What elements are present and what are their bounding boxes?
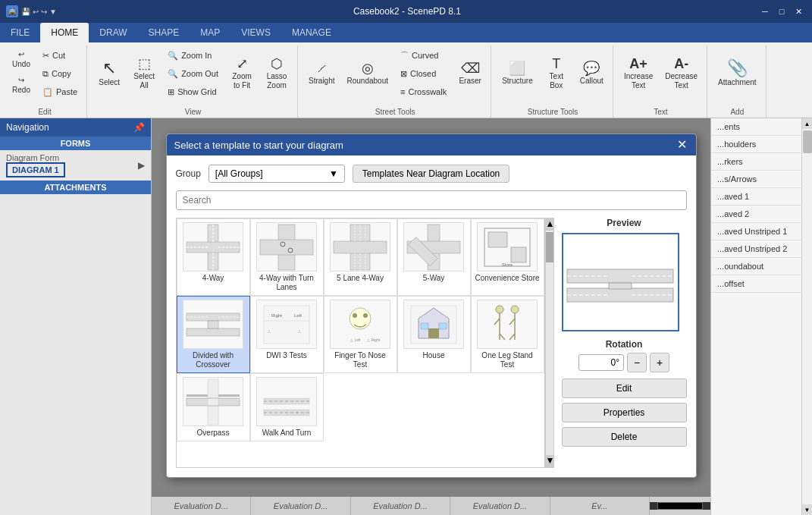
paste-button[interactable]: 📋 Paste xyxy=(38,83,82,100)
select-all-button[interactable]: ⬚ SelectAll xyxy=(128,47,160,100)
more-icon-title[interactable]: ▼ xyxy=(49,8,57,16)
templates-grid-container[interactable]: 4-Way xyxy=(176,218,545,468)
right-panel-item-paved-unstriped2[interactable]: ...aved Unstriped 2 xyxy=(711,240,801,258)
right-panel-item-shoulders[interactable]: ...houlders xyxy=(711,136,801,153)
group-select-dropdown[interactable]: [All Groups] ▼ xyxy=(208,165,345,183)
increase-text-button[interactable]: A+ IncreaseText xyxy=(619,47,657,100)
template-overpass[interactable]: Overpass xyxy=(177,373,250,441)
save-icon[interactable]: 💾 xyxy=(21,8,30,16)
template-5lane[interactable]: 5 Lane 4-Way xyxy=(324,218,397,296)
scrollbar-up[interactable]: ▲ xyxy=(802,118,812,129)
rotation-increase-button[interactable]: + xyxy=(650,353,669,372)
right-panel-item-paved-unstriped1[interactable]: ...aved Unstriped 1 xyxy=(711,223,801,240)
diagram-expand-icon[interactable]: ▶ xyxy=(138,160,145,171)
undo-button[interactable]: ↩ Undo xyxy=(8,47,35,71)
template-divided-crossover[interactable]: Divided with Crossover xyxy=(177,296,250,373)
template-label-walk-turn: Walk And Turn xyxy=(262,429,312,438)
rotation-decrease-button[interactable]: − xyxy=(627,353,647,372)
right-panel-item-paved1[interactable]: ...aved 1 xyxy=(711,188,801,206)
zoom-fit-button[interactable]: ⤢ Zoomto Fit xyxy=(226,47,258,100)
svg-rect-67 xyxy=(609,283,632,289)
undo-label: Undo xyxy=(12,60,30,68)
tab-draw[interactable]: DRAW xyxy=(89,23,137,42)
close-button[interactable]: ✕ xyxy=(791,4,806,19)
minimize-button[interactable]: ─ xyxy=(757,4,773,19)
tab-shape[interactable]: SHAPE xyxy=(138,23,190,42)
tab-manage[interactable]: MANAGE xyxy=(281,23,342,42)
right-panel: ...ents ...houlders ...rkers ...s/Arrows… xyxy=(710,118,801,515)
redo-icon-title[interactable]: ↪ xyxy=(41,8,47,16)
redo-button[interactable]: ↪ Redo xyxy=(8,73,35,97)
scroll-track xyxy=(546,231,553,455)
search-input[interactable] xyxy=(176,190,687,210)
copy-button[interactable]: ⧉ Copy xyxy=(38,65,82,82)
template-5way[interactable]: 5-Way xyxy=(397,218,471,296)
structure-button[interactable]: ⬜ Structure xyxy=(497,47,538,100)
decrease-text-button[interactable]: A- DecreaseText xyxy=(660,47,702,100)
eval-section-5: Ev... xyxy=(550,497,650,515)
attachment-button[interactable]: 📎 Attachment xyxy=(713,47,761,100)
select-button[interactable]: ↖ Select xyxy=(93,47,125,100)
grid-scrollbar[interactable]: ▲ ▼ xyxy=(545,218,554,468)
right-panel-item-offset[interactable]: ...offset xyxy=(711,275,801,293)
eraser-button[interactable]: ⌫ Eraser xyxy=(454,47,486,100)
tab-map[interactable]: MAP xyxy=(190,23,230,42)
right-panel-item-markers[interactable]: ...rkers xyxy=(711,153,801,171)
right-panel-item-paved2[interactable]: ...aved 2 xyxy=(711,206,801,223)
roundabout-button[interactable]: ◎ Roundabout xyxy=(343,47,393,100)
templates-near-button[interactable]: Templates Near Diagram Location xyxy=(353,165,509,183)
template-one-leg[interactable]: One Leg Stand Test xyxy=(471,296,544,373)
edit-button[interactable]: Edit xyxy=(562,378,687,398)
template-4way-turn[interactable]: 4-Way with Turn Lanes xyxy=(250,218,324,296)
delete-button[interactable]: Delete xyxy=(562,427,687,447)
scroll-up-arrow[interactable]: ▲ xyxy=(546,218,553,231)
zoom-out-button[interactable]: 🔍 Zoom Out xyxy=(163,65,223,82)
eval-section-2: Evaluation D... xyxy=(251,497,350,515)
rotation-controls: − + xyxy=(562,353,687,372)
lasso-zoom-button[interactable]: ⬡ LassoZoom xyxy=(261,47,293,100)
diagram-name-box[interactable]: DIAGRAM 1 xyxy=(6,162,65,177)
tab-file[interactable]: FILE xyxy=(0,23,40,42)
cut-button[interactable]: ✂ Cut xyxy=(38,47,82,64)
curved-icon: ⌒ xyxy=(400,50,409,61)
template-dwi3[interactable]: Right Left △ △ DWI 3 Tests xyxy=(250,296,324,373)
right-panel-item-arrows[interactable]: ...s/Arrows xyxy=(711,171,801,188)
zoom-in-button[interactable]: 🔍 Zoom In xyxy=(163,47,223,64)
show-grid-button[interactable]: ⊞ Show Grid xyxy=(163,83,223,100)
template-finger-nose[interactable]: △ Left △ Right Finger To Nose Test xyxy=(324,296,397,373)
redo-label: Redo xyxy=(12,86,30,94)
template-4way[interactable]: 4-Way xyxy=(177,218,250,296)
select-all-icon: ⬚ xyxy=(138,57,151,71)
crosswalk-button[interactable]: ≡ Crosswalk xyxy=(396,83,451,100)
svg-rect-23 xyxy=(511,247,526,262)
curved-button[interactable]: ⌒ Curved xyxy=(396,47,451,64)
modal-content-row: 4-Way xyxy=(176,218,687,468)
street-group-content: ⟋ Straight ◎ Roundabout ⌒ Curved ⊠ Close… xyxy=(304,47,486,108)
svg-text:Store: Store xyxy=(502,262,513,267)
callout-button[interactable]: 💬 Callout xyxy=(575,47,608,100)
right-panel-item-roundabout[interactable]: ...oundabout xyxy=(711,258,801,275)
modal-close-button[interactable]: ✕ xyxy=(676,139,688,151)
undo-icon-title[interactable]: ↩ xyxy=(33,8,39,16)
straight-button[interactable]: ⟋ Straight xyxy=(304,47,339,100)
template-walk-turn[interactable]: Walk And Turn xyxy=(250,373,324,441)
tab-home[interactable]: HOME xyxy=(40,23,89,42)
edit-group-content: ↩ Undo ↪ Redo ✂ Cut ⧉ Copy 📋 Paste xyxy=(8,47,82,108)
closed-button[interactable]: ⊠ Closed xyxy=(396,65,451,82)
right-panel-item-ents[interactable]: ...ents xyxy=(711,118,801,136)
properties-button[interactable]: Properties xyxy=(562,403,687,422)
tab-views[interactable]: VIEWS xyxy=(230,23,281,42)
sidebar: Navigation 📌 FORMS Diagram Form DIAGRAM … xyxy=(0,118,152,515)
callout-icon: 💬 xyxy=(583,61,600,75)
right-panel-scrollbar[interactable]: ▲ ▼ xyxy=(801,118,812,515)
scrollbar-down[interactable]: ▼ xyxy=(802,504,812,515)
cut-icon: ✂ xyxy=(42,51,49,61)
template-house[interactable]: House xyxy=(397,296,471,373)
textbox-button[interactable]: T TextBox xyxy=(541,47,572,100)
template-convenience[interactable]: Store Convenience Store xyxy=(471,218,544,296)
scroll-down-arrow[interactable]: ▼ xyxy=(546,455,553,467)
rotation-input[interactable] xyxy=(578,354,624,371)
undo-icon: ↩ xyxy=(18,50,24,58)
diagram-form-name: Diagram Form xyxy=(6,153,65,162)
maximize-button[interactable]: □ xyxy=(774,4,789,19)
